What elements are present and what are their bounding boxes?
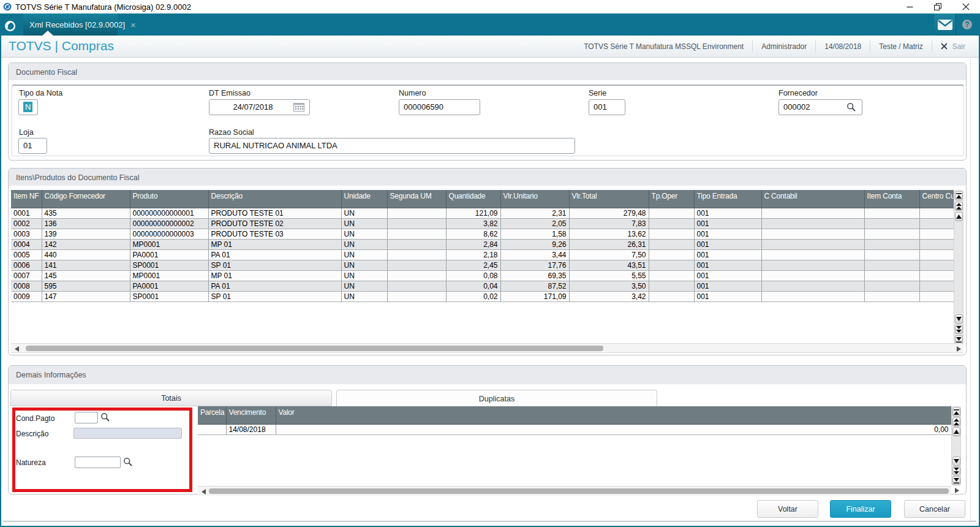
scroll-page-up-button[interactable] (955, 202, 963, 211)
tab-totais[interactable]: Totais (10, 390, 332, 406)
cell[interactable]: 595 (42, 281, 130, 291)
cell[interactable]: 0,02 (446, 291, 500, 301)
cell[interactable] (649, 249, 694, 260)
cell[interactable]: 9,26 (500, 239, 569, 249)
logout-button[interactable]: Sair (932, 40, 974, 53)
mail-button[interactable] (934, 13, 956, 36)
cell[interactable]: 1,58 (500, 229, 569, 239)
scroll-top-button[interactable] (955, 191, 963, 200)
cell[interactable] (387, 249, 446, 260)
cell[interactable]: PA 01 (208, 281, 341, 291)
cell[interactable]: 435 (42, 208, 130, 218)
cell[interactable]: 171,09 (500, 291, 569, 301)
cell[interactable] (761, 260, 864, 270)
cell[interactable]: 0008 (11, 281, 42, 291)
cell[interactable] (761, 239, 864, 249)
dup-scroll-right-button[interactable] (952, 487, 961, 493)
cell[interactable]: 141 (42, 260, 130, 270)
cell[interactable]: 0001 (11, 208, 42, 218)
cell[interactable]: 440 (42, 249, 130, 260)
column-header-vlr-unitario[interactable]: Vlr.Unitario (500, 190, 569, 208)
cell[interactable]: MP 01 (208, 270, 341, 281)
loja-input[interactable]: 01 (18, 138, 47, 154)
cell[interactable] (864, 270, 919, 281)
cell[interactable]: 7,83 (569, 218, 649, 229)
cell[interactable] (387, 291, 446, 301)
cell[interactable]: UN (341, 260, 387, 270)
cell[interactable]: 279,48 (569, 208, 649, 218)
cell[interactable]: UN (341, 229, 387, 239)
scroll-up-button[interactable] (955, 212, 963, 221)
cell[interactable] (919, 249, 954, 260)
cell[interactable] (649, 229, 694, 239)
serie-input[interactable]: 001 (589, 99, 625, 115)
cell[interactable]: 145 (42, 270, 130, 281)
cell[interactable] (649, 291, 694, 301)
help-button[interactable]: ? (956, 13, 978, 36)
cell[interactable] (761, 249, 864, 260)
cell[interactable]: 0,04 (446, 281, 500, 291)
cell[interactable] (864, 239, 919, 249)
column-header-item-conta[interactable]: Item Conta (864, 190, 919, 208)
cell[interactable]: 0006 (11, 260, 42, 270)
column-header-parcela[interactable]: Parcela (198, 406, 226, 424)
dup-scroll-down-button[interactable] (952, 457, 960, 466)
cell[interactable] (649, 239, 694, 249)
cell[interactable]: SP0001 (130, 260, 208, 270)
cell[interactable]: PRODUTO TESTE 01 (208, 208, 341, 218)
column-header-segunda-um[interactable]: Segunda UM (387, 190, 446, 208)
cell[interactable]: 7,50 (569, 249, 649, 260)
items-grid-hscroll-thumb[interactable] (26, 346, 603, 351)
cell[interactable] (864, 218, 919, 229)
cell[interactable]: 13,62 (569, 229, 649, 239)
cell[interactable] (919, 208, 954, 218)
cell[interactable]: 8,62 (446, 229, 500, 239)
dup-scroll-page-down-button[interactable] (952, 466, 960, 476)
razao-social-input[interactable]: RURAL NUTRICAO ANIMAL LTDA (209, 138, 575, 154)
scroll-down-button[interactable] (955, 314, 963, 324)
cell[interactable]: PRODUTO TESTE 03 (208, 229, 341, 239)
cell[interactable]: 0004 (11, 239, 42, 249)
cell[interactable] (919, 239, 954, 249)
cell[interactable]: 26,31 (569, 239, 649, 249)
cell[interactable] (649, 260, 694, 270)
column-header-item-nf[interactable]: Item NF (11, 190, 42, 208)
cell[interactable]: UN (341, 281, 387, 291)
voltar-button[interactable]: Voltar (757, 500, 818, 518)
cell[interactable] (387, 229, 446, 239)
cell[interactable] (919, 218, 954, 229)
cell[interactable] (919, 291, 954, 301)
cell[interactable]: 142 (42, 239, 130, 249)
duplicatas-grid-hscrollbar[interactable] (198, 486, 951, 496)
cell[interactable] (649, 281, 694, 291)
cell[interactable]: 3,42 (569, 291, 649, 301)
cell[interactable]: 0002 (11, 218, 42, 229)
cell[interactable] (761, 229, 864, 239)
cell[interactable]: 69,35 (500, 270, 569, 281)
cancelar-button[interactable]: Cancelar (904, 500, 965, 518)
finalizar-button[interactable]: Finalizar (830, 500, 891, 518)
cell[interactable]: 87,52 (500, 281, 569, 291)
cell[interactable]: 0007 (11, 270, 42, 281)
cell[interactable]: SP 01 (208, 291, 341, 301)
column-header-c-digo-fornecedor[interactable]: Código Fornecedor (42, 190, 130, 208)
cell[interactable]: UN (341, 239, 387, 249)
cell[interactable]: 001 (694, 281, 761, 291)
cell[interactable]: 14/08/2018 (226, 424, 276, 434)
cell[interactable]: 0003 (11, 229, 42, 239)
cell[interactable]: 5,55 (569, 270, 649, 281)
cell[interactable] (919, 229, 954, 239)
cell[interactable]: UN (341, 270, 387, 281)
cell[interactable]: PA0001 (130, 249, 208, 260)
cell[interactable] (864, 291, 919, 301)
search-icon[interactable] (846, 102, 856, 112)
cell[interactable]: 001 (694, 208, 761, 218)
cell[interactable] (761, 281, 864, 291)
cell[interactable] (864, 281, 919, 291)
column-header-unidade[interactable]: Unidade (341, 190, 387, 208)
column-header-valor[interactable]: Valor (276, 406, 951, 424)
cell[interactable] (761, 208, 864, 218)
cell[interactable] (919, 260, 954, 270)
dup-scroll-top-button[interactable] (952, 408, 960, 417)
cell[interactable]: 001 (694, 229, 761, 239)
